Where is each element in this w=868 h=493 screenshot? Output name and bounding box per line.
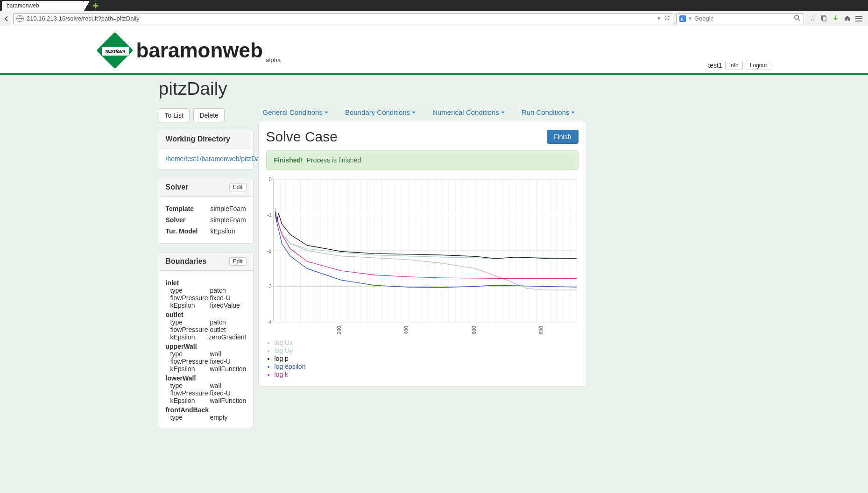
nav-tab-label: General Conditions: [263, 108, 323, 116]
boundary-prop-val: wall: [210, 382, 221, 389]
svg-text:-2: -2: [267, 248, 272, 254]
boundaries-edit-button[interactable]: Edit: [229, 257, 247, 266]
globe-icon: [16, 15, 24, 22]
legend-item[interactable]: log epsilon: [275, 363, 579, 370]
nav-tab[interactable]: Numerical Conditions: [432, 108, 505, 116]
google-icon: g: [679, 15, 686, 22]
solver-row-val: simpleFoam: [211, 203, 247, 214]
clipboard-icon[interactable]: [820, 14, 827, 23]
nav-tab[interactable]: Run Conditions: [522, 108, 575, 116]
dropdown-icon[interactable]: ▼: [656, 16, 661, 21]
boundary-prop-val: empty: [210, 414, 228, 421]
legend-label: log Ux: [275, 339, 293, 346]
to-list-button[interactable]: To List: [159, 108, 190, 122]
boundary-prop: flowPressurefixed-U: [166, 358, 247, 365]
finish-button[interactable]: Finish: [547, 130, 578, 144]
brand-logo-icon: NEXTfoam: [97, 33, 133, 68]
solver-row-key: Template: [166, 203, 211, 214]
boundary-prop-key: type: [170, 318, 210, 326]
solver-row: SolversimpleFoam: [166, 214, 247, 225]
solver-row: TemplatesimpleFoam: [166, 203, 247, 214]
svg-text:200: 200: [336, 326, 342, 334]
boundary-name: outlet: [166, 311, 247, 318]
legend-item[interactable]: log k: [275, 371, 579, 378]
url-field[interactable]: 210.16.213.16/solve/result?path=pitzDail…: [13, 13, 673, 24]
boundary-prop-key: flowPressure: [170, 294, 210, 302]
legend-label: log p: [275, 355, 289, 362]
solver-row: Tur. ModelkEpsilon: [166, 225, 247, 237]
search-placeholder: Google: [694, 15, 714, 22]
boundary-prop-key: type: [170, 414, 210, 421]
chevron-down-icon: [325, 112, 328, 113]
legend-item[interactable]: log p: [275, 355, 579, 362]
back-button[interactable]: [3, 15, 10, 22]
boundary-prop-key: flowPressure: [170, 358, 210, 365]
boundary-prop: flowPressurefixed-U: [166, 389, 247, 397]
page-title: pitzDaily: [159, 78, 586, 99]
legend-label: log epsilon: [275, 363, 306, 370]
chevron-down-icon: [501, 112, 505, 113]
browser-tab[interactable]: baramonweb: [2, 1, 84, 11]
boundary-prop-val: fixedValue: [210, 302, 240, 309]
home-icon[interactable]: [844, 14, 851, 23]
downloads-icon[interactable]: [832, 14, 839, 23]
solve-card: Solve Case Finish Finished! Process is f…: [258, 121, 586, 387]
solver-row-val: simpleFoam: [211, 214, 247, 225]
boundary-prop-val: patch: [210, 287, 226, 294]
legend-label: log k: [275, 371, 289, 378]
working-directory-panel: Working Directory /home/test1/baramonweb…: [159, 130, 254, 169]
alert-strong: Finished!: [274, 156, 303, 164]
search-icon[interactable]: [794, 14, 801, 23]
svg-text:-1: -1: [267, 212, 272, 218]
brand-suffix: alpha: [266, 56, 281, 63]
boundary-prop: kEpsilonfixedValue: [166, 302, 247, 309]
url-text: 210.16.213.16/solve/result?path=pitzDail…: [27, 15, 140, 22]
logout-button[interactable]: Logout: [746, 61, 771, 70]
boundaries-heading: Boundaries: [166, 257, 207, 266]
brand: NEXTfoam baramonweb alpha: [97, 33, 281, 68]
boundary-prop-val: zeroGradient: [209, 333, 247, 341]
boundary-prop-val: fixed-U: [210, 389, 231, 397]
chevron-down-icon: [412, 112, 416, 113]
solver-row-key: Tur. Model: [166, 225, 211, 237]
menu-icon[interactable]: [855, 16, 862, 21]
new-tab-button[interactable]: ✚: [92, 1, 99, 11]
boundary-prop: kEpsilonzeroGradient: [166, 333, 247, 341]
svg-rect-5: [823, 16, 826, 21]
boundary-prop-val: wall: [210, 350, 221, 358]
nav-tab-label: Numerical Conditions: [432, 108, 499, 116]
nav-tab[interactable]: General Conditions: [263, 108, 328, 116]
solver-heading: Solver: [166, 183, 189, 191]
boundary-prop: kEpsilonwallFunction: [166, 397, 247, 404]
svg-line-3: [798, 19, 800, 21]
search-field[interactable]: g ▼ Google: [676, 13, 804, 24]
boundary-prop-key: flowPressure: [170, 389, 210, 397]
alert-text: Process is finished.: [307, 156, 363, 164]
delete-button[interactable]: Delete: [193, 108, 224, 122]
svg-text:-4: -4: [267, 319, 272, 325]
boundary-prop-val: outlet: [210, 326, 226, 333]
solver-row-val: kEpsilon: [211, 225, 247, 237]
boundary-prop: typewall: [166, 350, 247, 358]
working-directory-link[interactable]: /home/test1/baramonweb/pitzDaily: [166, 155, 266, 162]
legend-item[interactable]: log Uy: [275, 347, 579, 354]
info-button[interactable]: Info: [725, 61, 743, 70]
boundary-prop-key: flowPressure: [170, 326, 210, 333]
search-dropdown-icon[interactable]: ▼: [688, 16, 692, 21]
browser-toolbar: 210.16.213.16/solve/result?path=pitzDail…: [0, 11, 868, 26]
boundary-prop: flowPressurefixed-U: [166, 294, 247, 302]
nav-tab-label: Run Conditions: [522, 108, 570, 116]
bookmark-icon[interactable]: ☆: [810, 14, 816, 23]
boundary-prop-key: kEpsilon: [170, 397, 210, 404]
boundary-prop-val: wallFunction: [210, 397, 247, 404]
boundary-prop: typewall: [166, 382, 247, 389]
boundary-prop-key: kEpsilon: [170, 302, 210, 309]
solve-card-title: Solve Case: [266, 129, 338, 145]
legend-item[interactable]: log Ux: [275, 339, 579, 346]
reload-button[interactable]: [664, 15, 670, 22]
boundary-prop: flowPressureoutlet: [166, 326, 247, 333]
boundary-prop: kEpsilonwallFunction: [166, 365, 247, 373]
browser-tab-bar: baramonweb ✚: [0, 0, 868, 11]
solver-edit-button[interactable]: Edit: [229, 183, 247, 191]
nav-tab[interactable]: Boundary Conditions: [345, 108, 416, 116]
